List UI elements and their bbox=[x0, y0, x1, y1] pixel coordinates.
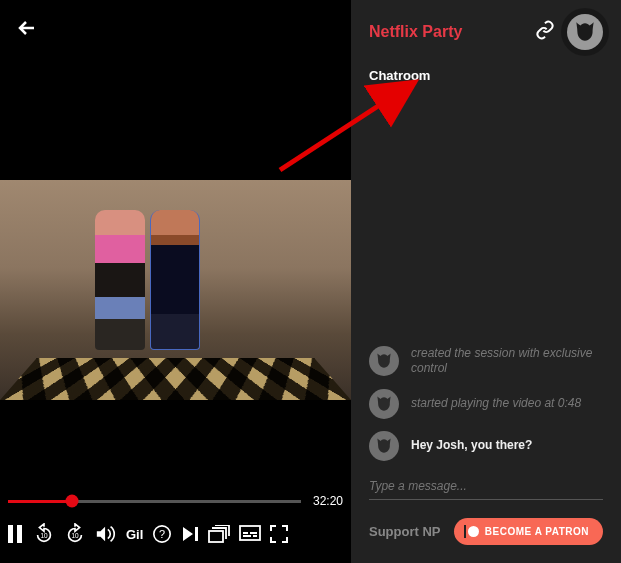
progress-bar-row: 32:20 bbox=[0, 494, 351, 508]
subtitles-button[interactable] bbox=[239, 525, 261, 543]
progress-track[interactable] bbox=[8, 500, 301, 503]
next-episode-button[interactable] bbox=[181, 525, 199, 543]
forward-10-button[interactable]: 10 bbox=[64, 523, 86, 545]
share-link-icon[interactable] bbox=[535, 20, 555, 45]
chat-header: Netflix Party bbox=[351, 0, 621, 64]
chatroom-label: Chatroom bbox=[351, 64, 621, 87]
support-label: Support NP bbox=[369, 524, 444, 539]
progress-thumb[interactable] bbox=[66, 495, 79, 508]
message-avatar bbox=[369, 346, 399, 376]
help-button[interactable]: ? bbox=[152, 524, 172, 544]
time-remaining: 32:20 bbox=[313, 494, 343, 508]
app-title: Netflix Party bbox=[369, 23, 523, 41]
back-arrow-icon[interactable] bbox=[16, 16, 335, 46]
svg-rect-1 bbox=[17, 525, 22, 543]
pause-button[interactable] bbox=[6, 524, 24, 544]
volume-button[interactable] bbox=[95, 524, 117, 544]
svg-rect-0 bbox=[8, 525, 13, 543]
player-controls: 10 10 Gil ? bbox=[0, 523, 351, 545]
svg-text:10: 10 bbox=[40, 532, 48, 539]
message-avatar bbox=[369, 431, 399, 461]
chat-message-list: created the session with exclusive contr… bbox=[351, 87, 621, 461]
message-text: started playing the video at 0:48 bbox=[411, 396, 581, 412]
message-text: created the session with exclusive contr… bbox=[411, 346, 603, 377]
rewind-10-button[interactable]: 10 bbox=[33, 523, 55, 545]
video-frame[interactable] bbox=[0, 180, 351, 400]
chat-input[interactable] bbox=[369, 473, 603, 500]
svg-text:10: 10 bbox=[71, 532, 79, 539]
fullscreen-button[interactable] bbox=[270, 525, 288, 543]
video-title-short[interactable]: Gil bbox=[126, 527, 143, 542]
chat-message: created the session with exclusive contr… bbox=[369, 346, 603, 377]
become-patron-button[interactable]: BECOME A PATRON bbox=[454, 518, 603, 545]
message-avatar bbox=[369, 389, 399, 419]
episodes-button[interactable] bbox=[208, 525, 230, 543]
svg-text:?: ? bbox=[159, 528, 165, 540]
message-text: Hey Josh, you there? bbox=[411, 438, 532, 454]
patron-button-label: BECOME A PATRON bbox=[485, 526, 589, 537]
chat-message: Hey Josh, you there? bbox=[369, 431, 603, 461]
chat-footer: Support NP BECOME A PATRON bbox=[351, 508, 621, 563]
patreon-icon bbox=[468, 526, 479, 537]
svg-rect-6 bbox=[209, 531, 223, 542]
user-avatar[interactable] bbox=[567, 14, 603, 50]
video-player-panel: 32:20 10 10 Gil ? bbox=[0, 0, 351, 563]
chat-message: started playing the video at 0:48 bbox=[369, 389, 603, 419]
chat-panel: Netflix Party Chatroom created the sessi… bbox=[351, 0, 621, 563]
